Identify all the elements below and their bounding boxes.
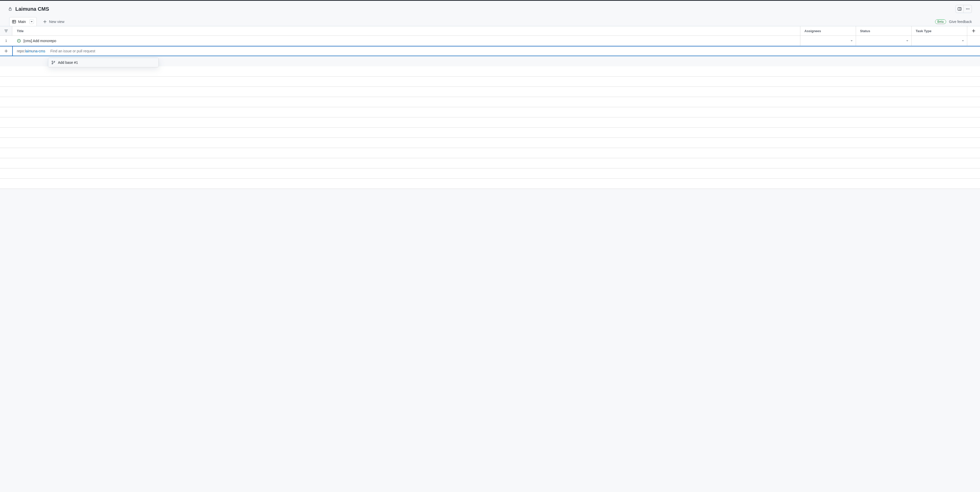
column-header-status[interactable]: Status [856,26,912,35]
table-row[interactable]: 1 [cms] Add monorepo [0,36,980,46]
svg-point-5 [969,9,969,10]
column-header-task-type[interactable]: Task Type [912,26,967,35]
caret-down-icon [962,40,964,42]
svg-point-21 [52,63,53,64]
empty-row [0,178,980,189]
project-title[interactable]: Laimuna CMS [15,6,49,12]
add-item-row[interactable]: repo:laimuna-cms Find an issue or pull r… [0,46,980,56]
caret-down-icon [851,40,853,42]
project-header: Laimuna CMS [0,1,980,13]
row-title-cell[interactable]: [cms] Add monorepo [12,36,800,46]
plus-icon [43,20,47,24]
empty-row [0,148,980,158]
new-view-label: New view [49,20,64,24]
table-header-row: Title Assignees Status Task Type [0,26,980,36]
add-column-button[interactable] [967,26,980,35]
project-table: Title Assignees Status Task Type 1 [cms]… [0,26,980,56]
row-assignees-cell[interactable] [800,36,856,46]
search-placeholder: Find an issue or pull request [50,49,95,53]
svg-point-4 [967,9,968,10]
svg-rect-6 [13,21,16,23]
empty-row [0,87,980,97]
caret-down-icon [906,40,908,42]
svg-point-3 [966,9,967,10]
row-task-type-cell[interactable] [912,36,967,46]
git-branch-icon [51,61,56,65]
more-options-button[interactable] [964,5,972,13]
filter-icon [4,29,8,33]
tabs-row: Main New view Beta Give feedback [0,13,980,26]
plus-icon [972,29,976,33]
tabs-left: Main New view [9,17,67,26]
empty-row [0,127,980,138]
svg-point-17 [18,40,19,41]
repo-name: laimuna-cms [25,49,45,53]
add-item-input[interactable]: repo:laimuna-cms Find an issue or pull r… [12,46,980,56]
caret-down-icon [30,21,33,23]
tab-dropdown-button[interactable] [29,19,34,24]
column-header-title[interactable]: Title [12,26,800,35]
empty-rows-area [0,56,980,189]
empty-row [0,169,980,178]
header-left: Laimuna CMS [8,6,49,12]
repo-prefix: repo: [17,49,25,53]
empty-row [0,158,980,169]
suggestion-item[interactable]: Add base #1 [48,58,159,67]
add-item-plus[interactable] [0,46,12,56]
header-right [956,5,972,13]
row-title-text: [cms] Add monorepo [24,39,56,43]
svg-point-22 [54,61,55,62]
issue-open-icon [17,39,21,43]
tab-main[interactable]: Main [9,17,37,26]
suggestion-label: Add base #1 [58,61,78,65]
kebab-icon [966,7,970,11]
table-icon [12,20,16,24]
empty-row [0,97,980,107]
beta-badge: Beta [935,19,946,24]
filter-button[interactable] [0,26,12,35]
row-number: 1 [0,36,12,46]
tabs-right: Beta Give feedback [935,19,972,24]
empty-row [0,66,980,76]
empty-row [0,107,980,117]
row-status-cell[interactable] [856,36,912,46]
column-header-assignees[interactable]: Assignees [800,26,856,35]
svg-rect-1 [958,8,961,10]
row-end-spacer [967,36,980,46]
empty-row [0,138,980,148]
svg-point-20 [52,61,53,62]
tab-main-label: Main [18,20,26,24]
header-button-group [956,5,972,13]
panel-toggle-button[interactable] [956,5,964,13]
repo-filter-chip[interactable]: repo:laimuna-cms [17,49,45,53]
empty-row [0,117,980,127]
suggestion-popover: Add base #1 [48,58,159,67]
svg-rect-0 [9,9,11,10]
plus-icon [4,49,8,53]
lock-icon [8,7,12,11]
empty-row [0,76,980,87]
new-view-button[interactable]: New view [40,18,67,26]
panel-icon [958,7,962,11]
give-feedback-link[interactable]: Give feedback [949,20,972,24]
